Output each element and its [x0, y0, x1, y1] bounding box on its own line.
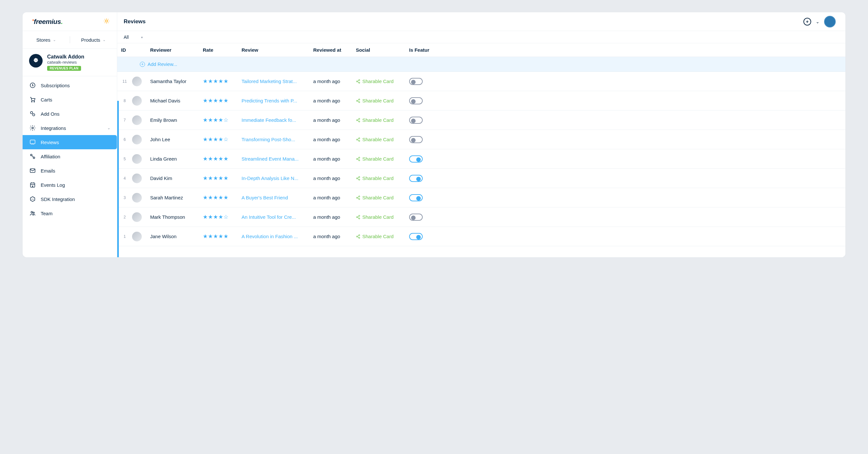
svg-point-9: [32, 127, 34, 129]
cell-review-link[interactable]: Transforming Post-Sho...: [242, 137, 313, 142]
share-icon: [356, 98, 361, 103]
sharable-card-link[interactable]: Sharable Card: [356, 175, 409, 181]
sharable-card-link[interactable]: Sharable Card: [356, 234, 409, 239]
sidebar-item-cart[interactable]: Carts: [23, 92, 117, 107]
sidebar-item-reviews[interactable]: Reviews: [23, 135, 117, 149]
product-name: Catwalk Addon: [47, 54, 84, 60]
body: Stores ⌄ Products ⌄ Catwalk Addon catwal…: [23, 31, 845, 257]
cell-review-link[interactable]: Tailored Marketing Strat...: [242, 79, 313, 84]
sidebar-item-label: Events Log: [41, 182, 65, 188]
sidebar-item-events[interactable]: Events Log: [23, 178, 117, 192]
sidebar-item-addons[interactable]: Add Ons: [23, 107, 117, 121]
sharable-card-link[interactable]: Sharable Card: [356, 79, 409, 84]
svg-point-43: [356, 236, 358, 237]
cell-review-link[interactable]: A Revolution in Fashion ...: [242, 234, 313, 239]
cell-review-link[interactable]: Immediate Feedback fo...: [242, 117, 313, 123]
table-row[interactable]: 7Emily Brown★★★★☆Immediate Feedback fo..…: [117, 111, 845, 130]
sharable-card-link[interactable]: Sharable Card: [356, 98, 409, 104]
sidebar-item-subscriptions[interactable]: $Subscriptions: [23, 78, 117, 92]
product-icon: [29, 54, 42, 67]
table-row[interactable]: 5Linda Green★★★★★Streamlined Event Mana.…: [117, 149, 845, 169]
sharable-card-link[interactable]: Sharable Card: [356, 156, 409, 162]
sidebar-item-affiliation[interactable]: Affiliation: [23, 149, 117, 164]
featured-toggle[interactable]: [409, 97, 423, 104]
table-row[interactable]: 4David Kim★★★★★In-Depth Analysis Like N.…: [117, 169, 845, 188]
emails-icon: [29, 167, 36, 174]
table-row[interactable]: 3Sarah Martinez★★★★★A Buyer's Best Frien…: [117, 188, 845, 207]
sidebar-header: Stores ⌄ Products ⌄: [23, 31, 117, 49]
featured-toggle[interactable]: [409, 175, 423, 182]
table-row[interactable]: 6John Lee★★★★☆Transforming Post-Sho...a …: [117, 130, 845, 149]
integrations-icon: [29, 125, 36, 131]
cell-avatar: [132, 173, 150, 183]
product-badge: REVENUES PLAN: [47, 66, 81, 71]
cell-review-link[interactable]: Streamlined Event Mana...: [242, 156, 313, 162]
row-id: 2: [117, 215, 132, 219]
sharable-card-link[interactable]: Sharable Card: [356, 195, 409, 200]
cart-icon: [29, 96, 36, 103]
row-id: 4: [117, 176, 132, 181]
featured-toggle[interactable]: [409, 78, 423, 85]
featured-toggle[interactable]: [409, 155, 423, 163]
topbar-right: Reviews + ⌄: [117, 16, 845, 27]
add-review-button[interactable]: + Add Review...: [117, 57, 845, 72]
svg-point-25: [356, 119, 358, 121]
theme-toggle-icon[interactable]: [103, 18, 110, 25]
svg-point-21: [359, 99, 360, 100]
table-row[interactable]: 2Mark Thompson★★★★☆An Intuitive Tool for…: [117, 207, 845, 227]
cell-rate: ★★★★★: [203, 78, 242, 85]
product-info: Catwalk Addon catwalk-reviews REVENUES P…: [47, 54, 84, 71]
logo-text: freemius: [34, 18, 61, 26]
tab-products[interactable]: Products ⌄: [70, 37, 117, 42]
cell-review-link[interactable]: In-Depth Analysis Like N...: [242, 175, 313, 181]
cell-review-link[interactable]: An Intuitive Tool for Cre...: [242, 214, 313, 220]
featured-toggle[interactable]: [409, 194, 423, 201]
cell-toggle: [409, 155, 436, 163]
svg-text:SDK: SDK: [31, 198, 34, 200]
svg-point-26: [359, 121, 360, 122]
svg-point-18: [359, 80, 360, 81]
sidebar-item-label: Subscriptions: [41, 83, 70, 88]
svg-point-36: [359, 196, 360, 197]
cell-toggle: [409, 175, 436, 182]
featured-toggle[interactable]: [409, 233, 423, 240]
featured-toggle[interactable]: [409, 136, 423, 143]
cell-review-link[interactable]: A Buyer's Best Friend: [242, 195, 313, 200]
svg-point-0: [105, 20, 108, 22]
tab-stores[interactable]: Stores ⌄: [23, 37, 70, 42]
cell-reviewer: John Lee: [150, 137, 203, 142]
table-row[interactable]: 8Michael Davis★★★★★Predicting Trends wit…: [117, 91, 845, 111]
svg-point-29: [359, 140, 360, 142]
cell-review-link[interactable]: Predicting Trends with P...: [242, 98, 313, 104]
featured-toggle[interactable]: [409, 117, 423, 124]
svg-point-8: [33, 114, 35, 116]
sidebar-item-integrations[interactable]: Integrations⌄: [23, 121, 117, 135]
toolbar: All ▾: [117, 31, 845, 43]
product-card: Catwalk Addon catwalk-reviews REVENUES P…: [23, 49, 117, 76]
svg-point-27: [359, 138, 360, 139]
svg-point-19: [356, 81, 358, 82]
sharable-card-link[interactable]: Sharable Card: [356, 214, 409, 220]
logo[interactable]: 'freemius.: [32, 18, 63, 26]
table-row[interactable]: 11Samantha Taylor★★★★★Tailored Marketing…: [117, 72, 845, 91]
user-avatar[interactable]: [824, 16, 836, 27]
sharable-card-label: Sharable Card: [362, 98, 394, 104]
svg-point-28: [356, 139, 358, 140]
sidebar-item-emails[interactable]: Emails: [23, 164, 117, 178]
chevron-down-icon[interactable]: ⌄: [816, 19, 819, 24]
sidebar-item-team[interactable]: Team: [23, 206, 117, 220]
filter-dropdown[interactable]: All ▾: [124, 35, 143, 40]
sidebar-item-sdk[interactable]: SDKSDK Integration: [23, 192, 117, 206]
svg-rect-10: [30, 140, 35, 144]
col-reviewer: Reviewer: [150, 47, 203, 53]
row-id: 3: [117, 196, 132, 200]
featured-toggle[interactable]: [409, 214, 423, 221]
svg-point-7: [30, 112, 33, 114]
cell-date: a month ago: [313, 234, 356, 239]
sharable-card-link[interactable]: Sharable Card: [356, 137, 409, 142]
table-row[interactable]: 1Jane Wilson★★★★★A Revolution in Fashion…: [117, 227, 845, 246]
sharable-card-label: Sharable Card: [362, 137, 394, 142]
sharable-card-link[interactable]: Sharable Card: [356, 117, 409, 123]
svg-point-17: [33, 212, 34, 213]
add-button[interactable]: +: [803, 18, 811, 26]
